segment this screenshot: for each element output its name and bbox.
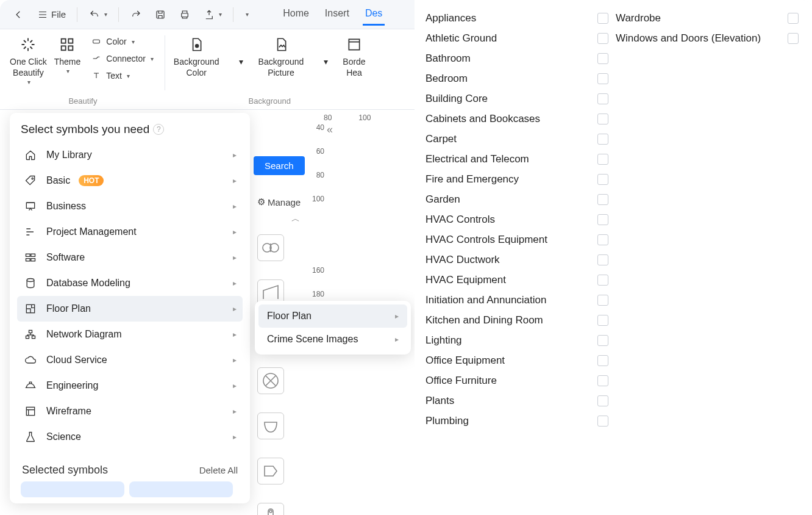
more-button[interactable]: ▾ [240, 9, 254, 20]
checkbox[interactable] [597, 33, 608, 44]
background-picture-button[interactable]: Background Picture [258, 34, 304, 78]
symbol-thumb[interactable] [257, 458, 284, 484]
checkbox[interactable] [597, 395, 608, 406]
checklist-item[interactable]: Carpet [426, 129, 608, 149]
redo-button[interactable] [125, 6, 147, 23]
category-database-modeling[interactable]: Database Modeling▸ [17, 270, 243, 296]
checklist-item[interactable]: Initiation and Annunciation [426, 290, 608, 311]
checkbox[interactable] [597, 355, 608, 366]
manage-link[interactable]: ⚙Manage [257, 196, 301, 207]
checklist-item[interactable]: Plants [426, 391, 608, 411]
checkbox[interactable] [597, 194, 608, 205]
theme-button[interactable]: Theme▾ [54, 34, 81, 75]
checkbox[interactable] [788, 13, 799, 24]
export-button[interactable]: ▾ [198, 6, 227, 23]
checkbox[interactable] [597, 335, 608, 346]
ribbon-mini-controls: Color▾ Connector▾ Text▾ [88, 34, 156, 83]
selected-chip[interactable] [129, 481, 233, 497]
checklist-item[interactable]: Kitchen and Dining Room [426, 311, 608, 331]
connector-button[interactable]: Connector▾ [88, 51, 156, 66]
checklist-item[interactable]: Fire and Emergency [426, 170, 608, 190]
file-menu[interactable]: File [32, 6, 71, 23]
checklist-item[interactable]: Electrical and Telecom [426, 149, 608, 170]
checklist-item[interactable]: Cabinets and Bookcases [426, 109, 608, 129]
checkbox[interactable] [597, 113, 608, 124]
color-button[interactable]: Color▾ [88, 34, 156, 49]
collapse-panel-button[interactable]: « [327, 123, 333, 136]
checkbox[interactable] [597, 154, 608, 165]
border-head-button[interactable]: Borde Hea [343, 34, 365, 78]
category-business[interactable]: Business▸ [17, 193, 243, 219]
category-floor-plan[interactable]: Floor Plan▸ [17, 296, 243, 322]
checkbox[interactable] [597, 275, 608, 286]
checklist-item[interactable]: Athletic Ground [426, 29, 608, 49]
separator [233, 7, 233, 22]
checklist-item[interactable]: HVAC Controls [426, 210, 608, 230]
checklist-item[interactable]: HVAC Controls Equipment [426, 230, 608, 250]
background-color-dropdown[interactable]: ▾ [230, 34, 251, 67]
checklist-item[interactable]: Windows and Doors (Elevation) [616, 29, 799, 49]
tab-design[interactable]: Des [363, 3, 385, 26]
help-icon[interactable]: ? [153, 124, 164, 135]
checkbox[interactable] [597, 315, 608, 326]
checkbox[interactable] [597, 375, 608, 386]
checklist-item[interactable]: Office Equipment [426, 351, 608, 371]
checklist-item[interactable]: Bedroom [426, 69, 608, 89]
checkbox[interactable] [597, 13, 608, 24]
search-button[interactable]: Search [254, 156, 305, 175]
checkbox[interactable] [597, 295, 608, 306]
category-basic[interactable]: BasicHOT▸ [17, 168, 243, 193]
tab-insert[interactable]: Insert [322, 3, 352, 26]
save-button[interactable] [149, 6, 171, 23]
checklist-item[interactable]: HVAC Ductwork [426, 250, 608, 270]
checklist-item[interactable]: Appliances [426, 9, 608, 29]
checkbox[interactable] [597, 214, 608, 225]
background-picture-dropdown[interactable]: ▾ [315, 34, 335, 67]
checklist-item[interactable]: HVAC Equipment [426, 270, 608, 290]
delete-all-button[interactable]: Delete All [199, 465, 238, 475]
checklist-item[interactable]: Garden [426, 190, 608, 210]
symbol-thumb[interactable] [257, 234, 284, 261]
category-wireframe[interactable]: Wireframe▸ [17, 398, 243, 424]
checkbox[interactable] [597, 254, 608, 265]
text-style-button[interactable]: Text▾ [88, 68, 156, 83]
checkbox[interactable] [597, 53, 608, 64]
undo-button[interactable]: ▾ [84, 6, 112, 23]
submenu-floor-plan-sub[interactable]: Floor Plan▸ [258, 304, 407, 328]
category-label: Floor Plan [46, 303, 91, 314]
checklist-item[interactable]: Plumbing [426, 411, 608, 431]
category-software[interactable]: Software▸ [17, 245, 243, 270]
category-project-management[interactable]: Project Management▸ [17, 219, 243, 245]
checkbox[interactable] [597, 73, 608, 84]
symbol-thumb[interactable] [257, 367, 284, 394]
category-my-library[interactable]: My Library▸ [17, 142, 243, 168]
checkbox[interactable] [597, 174, 608, 185]
category-cloud-service[interactable]: Cloud Service▸ [17, 347, 243, 373]
category-science[interactable]: Science▸ [17, 424, 243, 450]
submenu-crime-scene[interactable]: Crime Scene Images▸ [258, 328, 407, 351]
print-button[interactable] [174, 6, 196, 23]
checkbox[interactable] [597, 234, 608, 245]
separator [77, 7, 77, 22]
collapse-section-button[interactable]: ︿ [291, 214, 300, 225]
checklist-item[interactable]: Building Core [426, 89, 608, 109]
checkbox[interactable] [597, 416, 608, 427]
checklist-item[interactable]: Office Furniture [426, 371, 608, 391]
chevron-right-icon: ▸ [233, 304, 237, 313]
checklist-item[interactable]: Lighting [426, 331, 608, 351]
one-click-beautify-button[interactable]: One Click Beautify▾ [10, 34, 47, 86]
checkbox[interactable] [597, 93, 608, 104]
back-button[interactable] [7, 6, 29, 23]
category-engineering[interactable]: Engineering▸ [17, 373, 243, 398]
category-network-diagram[interactable]: Network Diagram▸ [17, 322, 243, 347]
symbol-thumb[interactable] [257, 412, 284, 439]
checklist-item[interactable]: Wardrobe [616, 9, 799, 29]
background-color-button[interactable]: Background Color [174, 34, 219, 78]
checkbox[interactable] [597, 134, 608, 145]
selected-chip[interactable] [21, 481, 124, 497]
symbol-thumb[interactable] [257, 503, 284, 515]
tab-home[interactable]: Home [280, 3, 312, 26]
checklist-label: HVAC Controls [426, 214, 495, 226]
checkbox[interactable] [788, 33, 799, 44]
checklist-item[interactable]: Bathroom [426, 49, 608, 69]
